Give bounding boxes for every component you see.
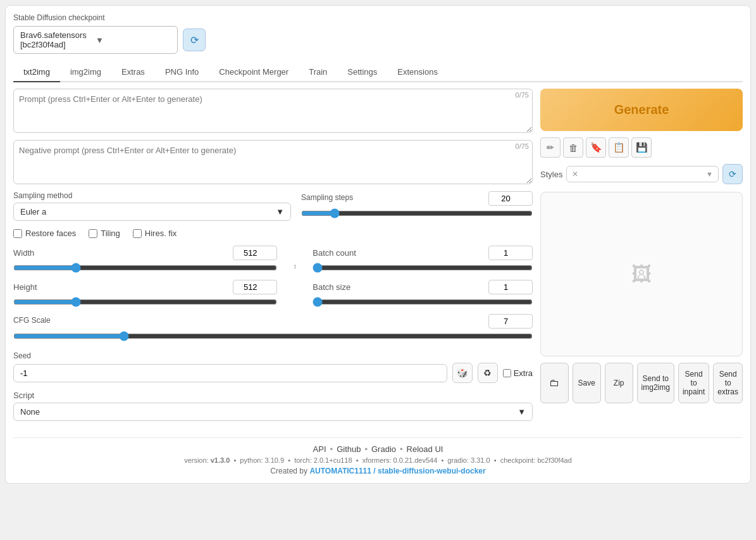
script-label: Script (13, 391, 533, 400)
save-button[interactable]: Save (573, 363, 601, 403)
styles-label: Styles (540, 170, 562, 179)
styles-select[interactable]: ✕ ▼ (566, 166, 719, 182)
checkpoint-refresh-button[interactable]: ⟳ (183, 28, 206, 51)
seed-input[interactable] (13, 364, 447, 382)
sampling-steps-slider[interactable] (301, 208, 533, 218)
seed-dice-button[interactable]: 🎲 (452, 363, 473, 383)
prompt-input[interactable] (13, 89, 533, 133)
tiling-checkbox[interactable]: Tiling (89, 229, 120, 238)
pencil-button[interactable]: ✏ (540, 137, 561, 158)
sampling-steps-label: Sampling steps (301, 193, 353, 202)
batch-size-label: Batch size (313, 282, 350, 292)
generate-button[interactable]: Generate (540, 89, 743, 131)
batch-size-input[interactable] (488, 280, 533, 294)
tab-train[interactable]: Train (299, 63, 337, 82)
hires-fix-checkbox[interactable]: Hires. fix (133, 229, 177, 238)
swap-button[interactable]: ↕ (287, 246, 302, 275)
hires-fix-input[interactable] (133, 229, 142, 238)
seed-label: Seed (13, 351, 31, 360)
gradio-link[interactable]: Gradio (371, 444, 396, 454)
tab-img2img[interactable]: img2img (60, 63, 111, 82)
left-panel: 0/75 0/75 Sampling method Euler a ▼ (13, 89, 533, 429)
sampling-method-select[interactable]: Euler a ▼ (13, 203, 291, 221)
width-group: Width (13, 246, 277, 275)
width-batch-row: Width ↕ Batch count (13, 246, 533, 275)
red-bookmark-button[interactable]: 🔖 (586, 137, 606, 158)
restore-faces-checkbox[interactable]: Restore faces (13, 229, 76, 238)
width-slider[interactable] (13, 263, 277, 273)
dice-icon: 🎲 (457, 368, 468, 378)
chevron-down-icon: ▼ (96, 35, 171, 45)
refresh-icon: ⟳ (729, 169, 736, 179)
dot-separator: • (364, 444, 368, 454)
height-input[interactable] (233, 280, 277, 294)
checkpoint-select[interactable]: Brav6.safetensors [bc2f30f4ad] ▼ (13, 26, 178, 54)
batch-count-label: Batch count (313, 248, 356, 258)
extra-checkbox[interactable]: Extra (503, 368, 533, 378)
height-batch-row: Height Batch size (13, 280, 533, 309)
sampling-method-group: Sampling method Euler a ▼ (13, 191, 291, 221)
styles-row: Styles ✕ ▼ ⟳ (540, 164, 743, 184)
seed-label-row: Seed (13, 351, 533, 360)
sampling-row: Sampling method Euler a ▼ Sampling steps (13, 191, 533, 221)
tab-png-info[interactable]: PNG Info (155, 63, 209, 82)
width-label: Width (13, 248, 42, 258)
seed-recycle-button[interactable]: ♻ (478, 363, 498, 383)
tab-settings[interactable]: Settings (337, 63, 387, 82)
tab-txt2img[interactable]: txt2img (13, 63, 60, 82)
neg-prompt-input[interactable] (13, 140, 533, 184)
cfg-input[interactable] (488, 314, 533, 329)
cfg-group: CFG Scale (13, 314, 533, 343)
clipboard-button[interactable]: 📋 (609, 137, 629, 158)
chevron-down-icon: ▼ (706, 170, 713, 178)
right-top: Generate ✏ 🗑 🔖 📋 💾 (540, 89, 743, 403)
cfg-label: CFG Scale (13, 316, 51, 325)
seed-row: 🎲 ♻ Extra (13, 363, 533, 383)
credit-link[interactable]: AUTOMATIC1111 / stable-diffusion-webui-d… (309, 467, 485, 475)
height-label: Height (13, 282, 42, 292)
send-inpaint-button[interactable]: Send to inpaint (678, 363, 709, 403)
tab-extensions[interactable]: Extensions (387, 63, 448, 82)
width-input[interactable] (233, 246, 277, 260)
restore-faces-input[interactable] (13, 229, 22, 238)
chevron-down-icon: ▼ (276, 207, 284, 217)
open-folder-button[interactable]: 🗀 (540, 363, 569, 403)
batch-size-slider[interactable] (313, 297, 533, 307)
app-container: Stable Diffusion checkpoint Brav6.safete… (5, 5, 751, 484)
height-slider[interactable] (13, 297, 277, 307)
extra-checkbox-input[interactable] (503, 369, 511, 377)
sampling-method-value: Euler a (20, 207, 46, 217)
extra-label: Extra (514, 368, 533, 378)
swap-icon: ↕ (294, 263, 297, 270)
checkpoint-row: Brav6.safetensors [bc2f30f4ad] ▼ ⟳ (13, 26, 743, 54)
tab-extras[interactable]: Extras (111, 63, 155, 82)
api-link[interactable]: API (313, 444, 326, 454)
script-select[interactable]: None ▼ (13, 403, 533, 421)
tiling-input[interactable] (89, 229, 97, 238)
hires-fix-label: Hires. fix (145, 229, 177, 238)
refresh-icon: ⟳ (190, 34, 199, 46)
clipboard-icon: 📋 (613, 142, 625, 153)
batch-count-slider[interactable] (313, 263, 533, 273)
cfg-slider[interactable] (13, 331, 533, 341)
batch-count-input[interactable] (488, 246, 533, 260)
github-link[interactable]: Github (337, 444, 361, 454)
styles-refresh-button[interactable]: ⟳ (722, 164, 743, 184)
sampling-method-label: Sampling method (13, 191, 291, 200)
sampling-steps-input[interactable] (488, 191, 533, 206)
batch-size-group: Batch size (313, 280, 533, 309)
script-value: None (20, 407, 40, 417)
prompt-wrapper: 0/75 (13, 89, 533, 135)
zip-button[interactable]: Zip (605, 363, 633, 403)
reload-ui-link[interactable]: Reload UI (407, 444, 443, 454)
styles-clear-button[interactable]: ✕ (572, 170, 578, 179)
footer-links: API • Github • Gradio • Reload UI (13, 444, 743, 454)
pencil-icon: ✏ (547, 142, 554, 153)
send-img2img-button[interactable]: Send to img2img (637, 363, 674, 403)
save-style-button[interactable]: 💾 (631, 137, 652, 158)
trash-button[interactable]: 🗑 (563, 137, 583, 158)
checkboxes-row: Restore faces Tiling Hires. fix (13, 229, 533, 238)
send-extras-button[interactable]: Send to extras (713, 363, 743, 403)
prompt-counter: 0/75 (516, 91, 529, 99)
tab-checkpoint-merger[interactable]: Checkpoint Merger (209, 63, 299, 82)
